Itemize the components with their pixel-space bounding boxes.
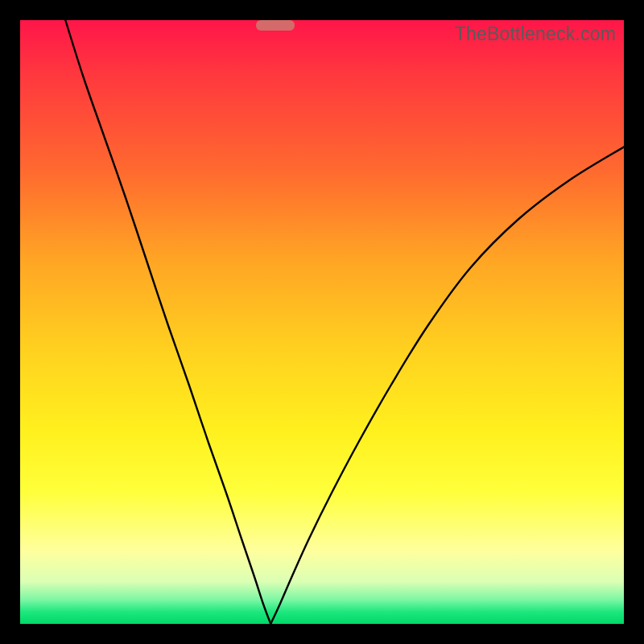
curve-left-branch	[65, 20, 270, 624]
bottleneck-curve	[20, 20, 624, 624]
chart-frame: TheBottleneck.com	[0, 0, 644, 644]
curve-right-branch	[270, 147, 624, 625]
plot-area: TheBottleneck.com	[20, 20, 624, 624]
optimum-marker	[256, 20, 295, 31]
